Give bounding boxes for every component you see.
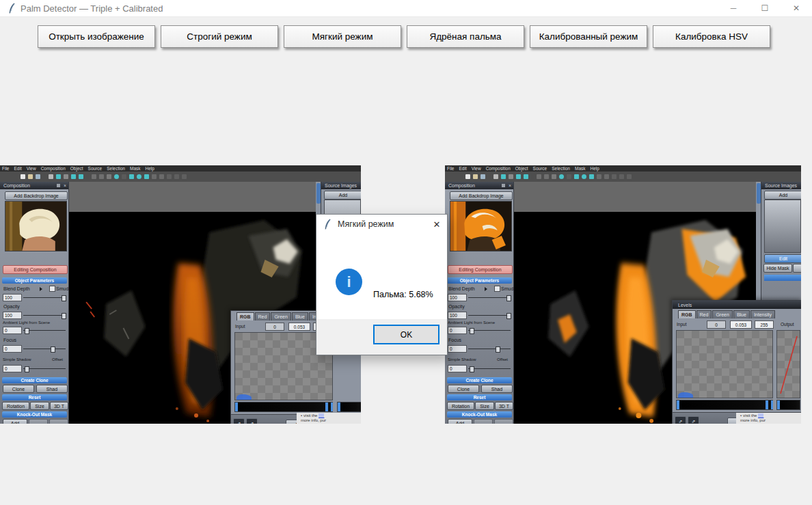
shadow-slider <box>468 368 511 369</box>
edit-button: Edit <box>764 254 801 263</box>
menu-item-selection: Selection <box>552 166 570 171</box>
shadow-slider <box>23 368 66 369</box>
knockout-add-button: Add <box>3 419 27 424</box>
close-button[interactable]: ✕ <box>781 0 812 16</box>
hsv-calibration-button[interactable]: Калибровка HSV <box>653 25 770 48</box>
eyedropper-white-icon: ⇗ <box>688 416 699 424</box>
opacity-label: Opacity <box>448 304 465 309</box>
message-dialog: Мягкий режим ✕ i Пальма: 5.68% OK <box>316 214 448 355</box>
composition-panel: Composition × Add Backdrop Image <box>445 182 514 424</box>
calibrated-mode-button[interactable]: Калиброванный режим <box>530 25 647 48</box>
tab-rgb: RGB <box>236 312 254 320</box>
menu-item-view: View <box>472 166 481 171</box>
level-low-value: 0 <box>707 320 726 329</box>
source-blue-bar <box>764 275 801 281</box>
knockout-disabled-button <box>49 419 68 424</box>
input-label: Input <box>677 322 686 327</box>
dialog-close-button[interactable]: ✕ <box>427 215 447 234</box>
tab-blue: Blue <box>292 312 308 320</box>
menu-item-file: File <box>447 166 454 171</box>
source-add-button: Add <box>324 191 361 200</box>
object-parameters-header: Object Parameters <box>2 277 67 284</box>
app-window: Palm Detector — Triple + Calibrated ─ ☐ … <box>0 0 812 505</box>
output-curve-area <box>776 330 800 398</box>
clone-button: Clone <box>448 385 479 393</box>
tab-intensity: Intensity <box>750 310 775 318</box>
output-gradient-bar <box>337 402 361 412</box>
soft-mode-button[interactable]: Мягкий режим <box>284 25 401 48</box>
panel-pin-icon <box>502 184 505 187</box>
composition-thumbnail <box>5 201 67 251</box>
ok-button[interactable]: OK <box>373 325 439 344</box>
maximize-button[interactable]: ☐ <box>749 0 781 16</box>
panel-close-icon: × <box>509 183 511 188</box>
info-icon: i <box>336 269 362 295</box>
offset-label: Offset <box>497 357 508 361</box>
object-parameters-header: Object Parameters <box>447 277 512 284</box>
source-panel-title: Source Images <box>765 183 797 188</box>
menu-item-view: View <box>27 166 36 171</box>
smudge-checkbox <box>49 286 55 292</box>
footnote-link <box>319 413 324 418</box>
ambient-input: 0 <box>3 327 22 334</box>
blend-depth-label: Blend Depth <box>3 286 30 291</box>
reset-header: Reset <box>447 394 512 400</box>
tab-blue: Blue <box>733 310 750 318</box>
window-titlebar[interactable]: Palm Detector — Triple + Calibrated ─ ☐ … <box>0 0 812 17</box>
blend-depth-slider <box>468 297 511 298</box>
minimize-button[interactable]: ─ <box>718 0 749 16</box>
window-title: Palm Detector — Triple + Calibrated <box>21 3 163 14</box>
open-image-button[interactable]: Открыть изображение <box>38 25 155 48</box>
threed-button: 3D T <box>50 402 68 410</box>
offset-label: Offset <box>52 357 63 361</box>
opacity-label: Opacity <box>3 304 20 309</box>
editing-composition-button: Editing Composition <box>448 265 513 274</box>
knockout-disabled-button <box>494 419 513 424</box>
feather-app-icon <box>323 219 332 230</box>
dialog-title: Мягкий режим <box>338 219 394 229</box>
add-backdrop-button: Add Backdrop Image <box>5 191 68 200</box>
embedded-screenshot-left: File Edit View Composition Object Source… <box>0 165 361 424</box>
strict-mode-button[interactable]: Строгий режим <box>161 25 278 48</box>
histogram-area <box>676 330 773 398</box>
input-label: Input <box>235 324 245 329</box>
simple-shadow-label: Simple Shadow <box>448 357 476 361</box>
expand-arrow-icon <box>485 287 487 291</box>
nuclear-palm-button[interactable]: Ядрёная пальма <box>407 25 524 48</box>
level-high-value: 255 <box>755 320 774 329</box>
create-clone-header: Create Clone <box>2 377 67 383</box>
source-panel-title: Source Images <box>325 183 357 188</box>
smudge-label: Smud <box>56 286 68 291</box>
simple-shadow-label: Simple Shadow <box>3 357 31 361</box>
shadow-button: Shad <box>481 385 513 393</box>
rotation-button: Rotation <box>2 402 29 410</box>
eyedropper-black-icon: ⇗ <box>675 416 686 424</box>
menu-item-edit: Edit <box>459 166 466 171</box>
menu-item-help: Help <box>591 166 599 171</box>
focus-label: Focus <box>3 338 16 342</box>
editing-composition-button: Editing Composition <box>3 265 68 274</box>
levels-gradient-bar <box>676 400 773 410</box>
menu-item-source: Source <box>88 166 103 171</box>
focus-input: 0 <box>448 345 467 353</box>
help-footnote: •visit the more info, pur <box>736 413 801 424</box>
viewer-menubar: File Edit View Composition Object Source… <box>0 165 361 172</box>
footnote-link <box>758 413 763 418</box>
panel-close-icon: × <box>64 183 66 188</box>
dialog-titlebar[interactable]: Мягкий режим ✕ <box>316 215 447 234</box>
expand-arrow-icon <box>40 287 42 291</box>
dialog-message: Пальма: 5.68% <box>373 290 433 299</box>
ambient-light-label: Ambient Light from Scene <box>3 320 50 325</box>
shadow-button: Shad <box>36 385 68 393</box>
blend-depth-slider <box>23 297 66 298</box>
opacity-input: 100 <box>3 312 22 319</box>
tab-green: Green <box>712 310 732 318</box>
threed-button: 3D T <box>495 402 513 410</box>
menu-item-edit: Edit <box>14 166 21 171</box>
menu-item-mask: Mask <box>130 166 141 171</box>
panel-pin-icon <box>57 184 60 187</box>
tab-rgb: RGB <box>678 310 696 318</box>
knockout-header: Knock-Out Mask <box>447 411 512 418</box>
levels-panel: Levels RGB Red Green Blue Intensity Inpu… <box>672 300 801 424</box>
knockout-disabled-button <box>29 419 48 424</box>
